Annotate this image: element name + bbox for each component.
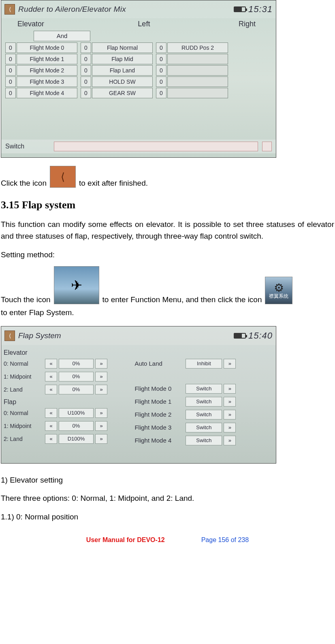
- screen-header: ⟨ Rudder to Aileron/Elevator Mix 15:31: [1, 0, 276, 18]
- checkbox[interactable]: 0: [156, 88, 166, 98]
- increment-button[interactable]: »: [95, 421, 107, 431]
- option-cell[interactable]: RUDD Pos 2: [167, 42, 228, 53]
- back-icon[interactable]: ⟨: [4, 4, 15, 15]
- footer-page: Page 156 of 238: [201, 536, 249, 544]
- checkbox[interactable]: 0: [156, 42, 166, 53]
- increment-button[interactable]: »: [224, 410, 236, 419]
- row-label: 1: Midpoint: [4, 373, 43, 380]
- option-cell[interactable]: Flight Mode 3: [17, 76, 77, 87]
- checkbox[interactable]: 0: [81, 54, 91, 64]
- list-item: 1.1) 0: Normal position: [0, 508, 335, 526]
- option-cell[interactable]: [167, 76, 228, 87]
- increment-button[interactable]: »: [224, 423, 236, 432]
- paragraph: to enter Flap System.: [0, 307, 335, 322]
- increment-button[interactable]: »: [224, 397, 236, 407]
- value-field[interactable]: Switch: [186, 397, 222, 407]
- decrement-button[interactable]: «: [45, 385, 57, 394]
- value-field[interactable]: Inhibit: [186, 359, 222, 369]
- option-cell[interactable]: [167, 88, 228, 98]
- decrement-button[interactable]: «: [45, 372, 57, 381]
- checkbox[interactable]: 0: [5, 88, 16, 98]
- row-label: Flight Mode 2: [134, 411, 184, 418]
- checkbox[interactable]: 0: [156, 65, 166, 76]
- option-cell[interactable]: [167, 65, 228, 76]
- increment-button[interactable]: »: [224, 436, 236, 445]
- decrement-button[interactable]: «: [45, 359, 57, 369]
- screen-header: ⟨ Flap System 15:40: [1, 326, 276, 345]
- value-field[interactable]: U100%: [59, 408, 94, 418]
- option-cell[interactable]: Flap Land: [92, 65, 153, 76]
- option-cell[interactable]: Flap Normal: [92, 42, 153, 53]
- grid-row: 0Flight Mode 4 0GEAR SW 0: [1, 87, 276, 99]
- value-field[interactable]: Switch: [186, 384, 222, 394]
- checkbox[interactable]: 0: [81, 88, 91, 98]
- option-cell[interactable]: [167, 54, 228, 64]
- option-cell[interactable]: HOLD SW: [92, 76, 153, 87]
- increment-button[interactable]: »: [95, 359, 107, 369]
- option-cell[interactable]: Flight Mode 0: [17, 42, 77, 53]
- checkbox[interactable]: 0: [156, 76, 166, 87]
- value-field[interactable]: 0%: [59, 385, 94, 394]
- switch-field[interactable]: [54, 142, 258, 151]
- back-icon[interactable]: ⟨: [4, 330, 15, 341]
- value-field[interactable]: Switch: [186, 410, 222, 419]
- checkbox[interactable]: 0: [5, 54, 16, 64]
- row-label: 2: Land: [4, 436, 43, 442]
- decrement-button[interactable]: «: [45, 421, 57, 431]
- value-field[interactable]: 0%: [59, 372, 94, 381]
- option-cell[interactable]: Flight Mode 1: [17, 54, 77, 64]
- value-field[interactable]: 0%: [59, 421, 94, 431]
- option-cell[interactable]: Flight Mode 2: [17, 65, 77, 76]
- paragraph: This function can modify some effects on…: [0, 215, 335, 246]
- status-area: 15:40: [234, 330, 273, 341]
- increment-button[interactable]: »: [95, 408, 107, 418]
- checkbox[interactable]: 0: [81, 42, 91, 53]
- row-label: Flight Mode 0: [134, 385, 184, 392]
- row-label: 2: Land: [4, 386, 43, 393]
- increment-button[interactable]: »: [224, 359, 236, 369]
- row-label: Flight Mode 4: [134, 437, 184, 444]
- increment-button[interactable]: »: [95, 372, 107, 381]
- group-header: Flap: [4, 396, 130, 407]
- paragraph: Setting method:: [0, 246, 335, 264]
- and-button[interactable]: And: [34, 31, 90, 41]
- checkbox[interactable]: 0: [156, 54, 166, 64]
- checkbox[interactable]: 0: [81, 76, 91, 87]
- checkbox[interactable]: 0: [5, 42, 16, 53]
- text: to enter Function Menu, and then click t…: [102, 295, 262, 304]
- increment-button[interactable]: »: [95, 385, 107, 394]
- value-field[interactable]: Switch: [186, 423, 222, 432]
- value-field[interactable]: D100%: [59, 434, 94, 444]
- status-area: 15:31: [234, 4, 273, 15]
- value-field[interactable]: 0%: [59, 359, 94, 369]
- option-cell[interactable]: GEAR SW: [92, 88, 153, 98]
- row-label: 0: Normal: [4, 410, 43, 416]
- screen-title: Rudder to Aileron/Elevator Mix: [18, 5, 230, 14]
- col-header: Left: [107, 20, 181, 28]
- function-menu-icon: ✈: [54, 266, 99, 304]
- screenshot-rudder-mix: ⟨ Rudder to Aileron/Elevator Mix 15:31 E…: [1, 0, 276, 158]
- increment-button[interactable]: »: [95, 434, 107, 444]
- text: Click the icon: [1, 179, 47, 188]
- checkbox[interactable]: 0: [5, 76, 16, 87]
- paragraph: Touch the icon ✈ to enter Function Menu,…: [0, 264, 335, 307]
- option-cell[interactable]: Flight Mode 4: [17, 88, 77, 98]
- paragraph: Click the icon ⟨ to exit after finished.: [0, 163, 335, 190]
- setting-row: 1: Midpoint « 0% »: [4, 370, 130, 383]
- row-label: 1: Midpoint: [4, 423, 43, 429]
- switch-button[interactable]: [262, 142, 272, 151]
- setting-row: Flight Mode 0 Switch »: [134, 382, 273, 395]
- exit-icon: ⟨: [50, 166, 76, 188]
- decrement-button[interactable]: «: [45, 434, 57, 444]
- checkbox[interactable]: 0: [5, 65, 16, 76]
- col-header: Elevator: [17, 20, 107, 28]
- grid-row: 0Flight Mode 2 0Flap Land 0: [1, 65, 276, 76]
- option-cell[interactable]: Flap Mid: [92, 54, 153, 64]
- value-field[interactable]: Switch: [186, 436, 222, 445]
- row-label: 0: Normal: [4, 360, 43, 367]
- increment-button[interactable]: »: [224, 384, 236, 394]
- decrement-button[interactable]: «: [45, 408, 57, 418]
- screenshot-flap-system: ⟨ Flap System 15:40 Elevator 0: Normal «…: [1, 326, 276, 464]
- checkbox[interactable]: 0: [81, 65, 91, 76]
- row-label: Auto Land: [134, 360, 184, 367]
